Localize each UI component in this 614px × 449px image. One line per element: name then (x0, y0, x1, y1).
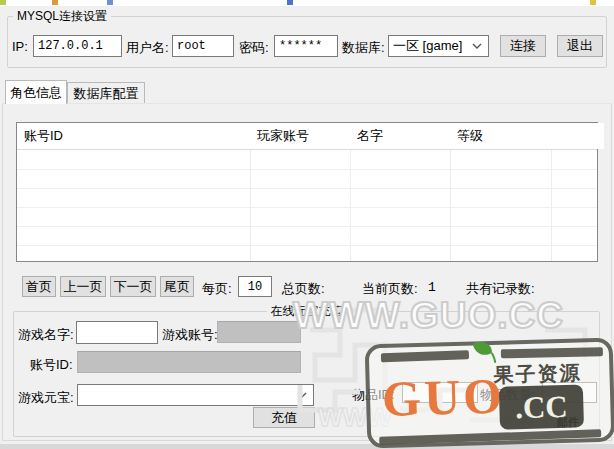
username-input[interactable]: root (172, 35, 234, 57)
current-page-label: 当前页数: (362, 280, 418, 298)
password-input[interactable]: ****** (274, 35, 338, 57)
column-header-account-id[interactable]: 账号ID (17, 123, 258, 149)
game-account-label: 游戏账号: (162, 326, 218, 344)
prev-page-button[interactable]: 上一页 (60, 276, 106, 297)
database-label: 数据库: (342, 39, 385, 57)
item-id-input[interactable] (402, 382, 478, 403)
table-row[interactable] (17, 188, 597, 208)
groupbox-title: MYSQL连接设置 (13, 8, 111, 25)
database-selected-value: 一区 [game] (393, 37, 470, 55)
recharge-group-title: 在线元宝充值 (267, 303, 347, 320)
desktop-pixel-artifact (107, 0, 113, 5)
ip-label: IP: (12, 39, 28, 54)
item-qty-input[interactable] (542, 382, 597, 403)
username-label: 用户名: (126, 39, 169, 57)
database-select[interactable]: 一区 [game] (388, 35, 489, 57)
desktop-pixel-artifact (590, 0, 596, 5)
column-header-name[interactable]: 名字 (350, 123, 458, 149)
per-page-input[interactable]: 10 (238, 276, 272, 297)
tab-database-config[interactable]: 数据库配置 (67, 82, 145, 104)
recharge-account-id-label: 账号ID: (30, 356, 73, 374)
game-yuanbao-select[interactable] (77, 384, 314, 406)
desktop-pixel-artifact (287, 0, 293, 5)
desktop-pixel-artifact (0, 0, 6, 5)
table-row[interactable] (17, 169, 597, 189)
game-name-label: 游戏名字: (18, 326, 74, 344)
tab-role-info[interactable]: 角色信息 (5, 80, 67, 104)
column-header-level[interactable]: 等级 (450, 123, 559, 149)
recharge-account-id-field (77, 351, 301, 373)
item-id-label: 物品ID: (352, 386, 395, 404)
table-row[interactable] (17, 226, 597, 246)
item-qty-label: 物品数量: (480, 386, 536, 404)
chevron-down-icon (295, 388, 309, 402)
last-page-button[interactable]: 尾页 (160, 276, 194, 297)
window-bottom-edge (0, 444, 614, 449)
ip-input[interactable]: 127.0.0.1 (33, 35, 122, 57)
connect-button[interactable]: 连接 (500, 35, 546, 57)
role-table[interactable]: 账号ID 玩家账号 名字 等级 (16, 122, 598, 262)
total-records-label: 共有记录数: (466, 280, 535, 298)
total-pages-label: 总页数: (282, 280, 325, 298)
next-page-button[interactable]: 下一页 (110, 276, 156, 297)
column-header-extra[interactable] (551, 123, 604, 149)
table-row[interactable] (17, 245, 597, 264)
table-row[interactable] (17, 150, 597, 170)
exit-button[interactable]: 退出 (557, 35, 603, 57)
column-header-player-account[interactable]: 玩家账号 (250, 123, 358, 149)
recharge-button[interactable]: 充值 (253, 407, 315, 428)
per-page-label: 每页: (202, 280, 232, 298)
password-label: 密码: (239, 39, 269, 57)
chevron-down-icon (470, 39, 484, 53)
table-row[interactable] (17, 207, 597, 227)
game-account-field (217, 321, 301, 343)
current-page-value: 1 (428, 280, 436, 295)
first-page-button[interactable]: 首页 (22, 276, 56, 297)
desktop-pixel-artifact (52, 0, 58, 5)
game-name-input[interactable] (76, 321, 158, 344)
game-yuanbao-label: 游戏元宝: (18, 389, 74, 407)
